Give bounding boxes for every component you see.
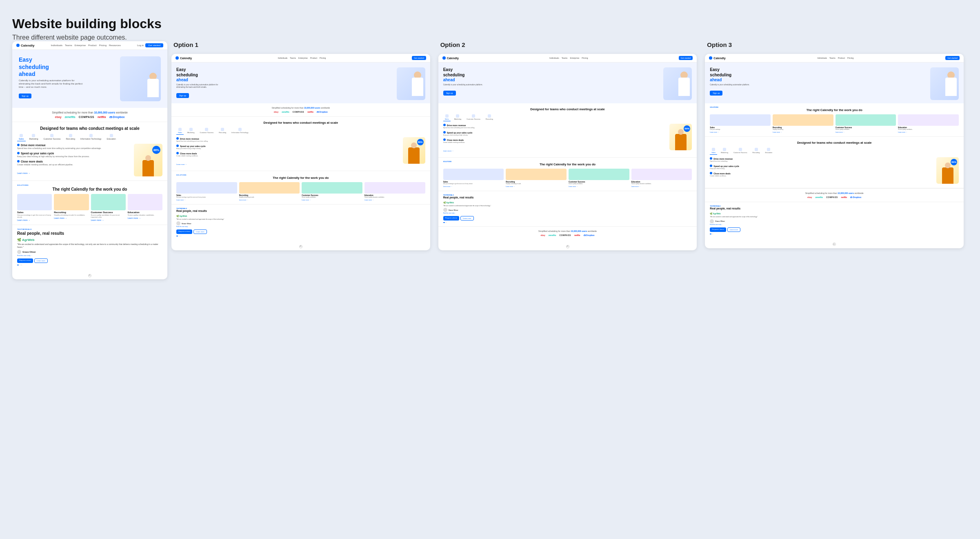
opt1-logo-netflix: netflix [307,111,313,113]
opt3-tab-5[interactable]: Education [764,147,774,155]
features-image: 86% [134,144,162,176]
tab-education[interactable]: Education [105,133,118,141]
mock-hero-cta-btn[interactable]: Sign up [19,94,31,98]
opt2-learn-more[interactable]: Learn more → [443,150,454,152]
usecase-link-recruiting[interactable]: Learn more → [54,217,89,219]
opt1-tab-rec[interactable]: Recruiting [217,127,228,135]
testimonial-nav-dots [17,265,162,265]
opt2-tab-mkt[interactable]: Marketing [453,114,463,121]
opt2-cta[interactable]: Get started [679,56,693,60]
opt2-tab-rec[interactable]: Recruiting [484,114,495,121]
usecase-link-sales[interactable]: Learn more → [17,219,52,221]
opt1-tab-it[interactable]: Information Technology [230,127,250,135]
opt2-link-1: Individuals [549,57,559,59]
opt2-uc-link-3[interactable]: Learn more → [569,186,629,187]
opt3-cta[interactable]: Get started [945,56,960,60]
opt2-testimonial-left: 🌿 AgrWeb "We are excited to understand a… [443,201,692,221]
opt3-tab-icon-4 [755,148,758,151]
opt1-link-1: Individuals [278,57,288,59]
opt2-check-1 [443,124,446,126]
opt2-learn-more-btn[interactable]: Learn more [460,216,473,220]
opt1-request-demo[interactable]: Request a demo [176,229,192,234]
usecase-education: Education Source quality education candi… [128,194,162,221]
opt2-uc-link-1[interactable]: Learn more → [443,186,504,187]
opt2-tab-cs[interactable]: Customer Success [465,114,482,121]
opt3-uc-link-4[interactable]: Learn more → [898,131,959,133]
opt3-case-link[interactable]: Read this case study → [710,224,959,225]
opt3-pagination-circle[interactable] [833,243,836,246]
case-study-link[interactable]: Read this case study → [17,255,162,256]
opt2-check-3 [443,138,446,141]
author-avatar [17,250,21,254]
opt1-uc-link-edu[interactable]: Learn more → [364,199,425,201]
mock-hero-title: Easy scheduling ahead [19,56,120,78]
opt3-usecases-first: SOLUTIONS The right Calendly for the wor… [705,103,964,137]
opt2-uc-link-2[interactable]: Learn more → [506,186,567,187]
tab-it[interactable]: Information Technology [79,133,103,141]
opt3-tab-1[interactable]: Sales [710,147,717,155]
pagination-next[interactable] [88,274,91,277]
opt3-tab-label-1: Sales [711,151,716,154]
usecases-title: The right Calendly for the work you do [17,187,162,192]
usecase-link-cs[interactable]: Learn more → [91,219,126,221]
opt1-uc-link-sales[interactable]: Learn more → [176,199,237,201]
opt3-pagination [705,238,964,248]
tab-sales[interactable]: Sales [17,133,26,141]
opt1-learn-more[interactable]: Learn more → [176,163,187,165]
opt2-case-link[interactable]: Read this case study → [443,212,692,214]
usecase-link-education[interactable]: Learn more → [128,217,162,219]
opt2-logos: ebay zenefits COMPASS netflix 🗃 Dropbox [443,234,692,236]
opt1-uc-label-cs: Customer Success [302,194,362,196]
tab-label-marketing: Marketing [29,138,38,140]
opt1-learn-more-btn[interactable]: Learn more [193,229,207,234]
opt2-tab-sales[interactable]: Sales [443,114,451,121]
tab-recruiting[interactable]: Recruiting [64,133,77,141]
opt3-uc-link-2[interactable]: Learn more → [773,131,833,133]
opt1-uc-link-rec[interactable]: Learn more → [239,199,300,201]
usecase-desc-recruiting: Simplify scheduling at scale for candida… [54,214,89,216]
opt2-request-demo[interactable]: Request a demo [443,216,459,220]
opt3-tab-4[interactable]: Recruiting [751,147,762,155]
opt2-uc-link-4[interactable]: Learn more → [631,186,692,187]
features-learn-more-link[interactable]: Learn more → [17,172,30,174]
opt3-learn-more-btn[interactable]: Learn more [727,227,740,232]
opt1-dot-3 [180,236,181,236]
opt1-testimonial-content: 🌿 AgrWeb "We are excited to understand a… [176,215,425,234]
opt2-logo-ebay: ebay [540,234,545,236]
nav-link-1: Individuals [51,44,62,47]
opt2-hero-cta[interactable]: Sign up [443,91,456,96]
tab-icon-marketing [32,134,35,137]
opt1-cta[interactable]: Get started [412,56,426,60]
opt2-pagination-circle[interactable] [566,245,569,248]
opt2-feat-2: Speed up your sales cycle Keep your deal… [443,131,667,136]
opt1-pagination-circle[interactable] [299,245,302,248]
opt3-tab-3[interactable]: Customer Success [732,147,749,155]
opt3-uc-link-1[interactable]: Learn more → [710,131,771,133]
orange-head [145,155,151,161]
mock-hero: Easy scheduling ahead Calendly is your s… [12,50,167,108]
opt1-case-link[interactable]: Read this case study → [176,226,425,227]
opt1-tab-marketing[interactable]: Marketing [186,127,196,135]
request-demo-btn[interactable]: Request a demo [17,258,33,263]
tab-marketing[interactable]: Marketing [28,133,40,141]
nav-cta-btn[interactable]: Get started [145,43,163,47]
opt1-uc-cs: Customer Success Source quality candidat… [302,182,362,201]
opt1-tab-cs[interactable]: Customer Success [198,127,216,135]
tab-customer-success[interactable]: Customer Success [42,133,62,141]
tab-label-edu: Education [107,138,116,140]
opt3-uc-link-3[interactable]: Learn more → [836,131,896,133]
orange-body [142,160,154,176]
opt3-tab-2[interactable]: Marketing [719,147,730,155]
opt1-features-img: 86% [403,137,425,164]
opt2-usecases: SOLUTIONS The right Calendly for the wor… [438,158,697,191]
opt1-tab-sales[interactable]: Sales [176,127,184,135]
learn-more-btn[interactable]: Learn more [34,258,47,263]
opt3-request-demo[interactable]: Request a demo [710,227,726,232]
opt3-hero-cta[interactable]: Sign up [710,91,722,96]
opt2-link-2: Teams [562,57,568,59]
opt1-hero-cta[interactable]: Sign up [176,93,189,98]
opt3-hero: Easyschedulingahead Calendly is your sch… [705,62,964,103]
tab-label-recruiting: Recruiting [66,138,75,140]
opt2-uc-img-2 [506,169,567,180]
opt1-uc-link-cs[interactable]: Learn more → [302,199,362,201]
